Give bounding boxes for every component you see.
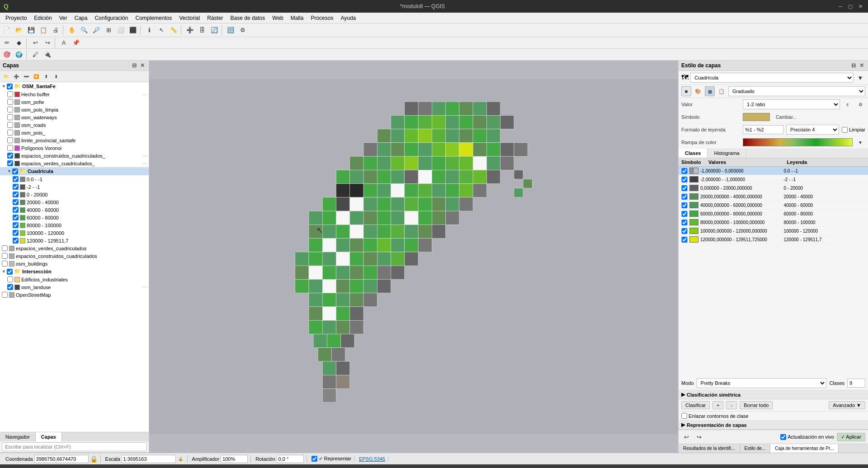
- legend-row-4[interactable]: 40000,000000 - 60000,00000040000 - 60000: [679, 201, 868, 210]
- layer-select-expand[interactable]: ▼: [855, 73, 865, 83]
- layer-checkbox-class_n2_n1[interactable]: [13, 184, 19, 190]
- menu-item-ráster[interactable]: Ráster: [203, 14, 226, 22]
- tab-histograma[interactable]: Histograma: [708, 149, 746, 158]
- formato-input[interactable]: [743, 125, 783, 134]
- advanced-button[interactable]: Avanzado ▼: [829, 401, 865, 409]
- layers-settings-icon[interactable]: ⊟: [131, 62, 138, 69]
- search-input[interactable]: [2, 442, 147, 451]
- undo-button[interactable]: ↩: [29, 37, 41, 48]
- calculator-button[interactable]: 🔢: [225, 25, 236, 36]
- add-layer-tb-button[interactable]: ➕: [12, 72, 21, 81]
- redo-style-button[interactable]: ↪: [694, 432, 704, 442]
- layer-checkbox-osm_santafe[interactable]: [7, 84, 13, 89]
- menu-item-complementos[interactable]: Complementos: [132, 14, 175, 22]
- layer-checkbox-osm_roads[interactable]: [7, 122, 13, 128]
- legend-row-checkbox-8[interactable]: [681, 237, 688, 243]
- layer-checkbox-class_0_n1[interactable]: [13, 176, 19, 182]
- move-down-button[interactable]: ⬇: [52, 72, 61, 81]
- graduated-button[interactable]: ▦: [705, 86, 715, 96]
- layer-item-osm_pois[interactable]: osm_pois_: [0, 129, 149, 136]
- layer-checkbox-class_20k_40k[interactable]: [13, 199, 19, 205]
- legend-row-checkbox-0[interactable]: [681, 168, 688, 174]
- layer-item-osm_buildings[interactable]: osm_buildings: [0, 260, 149, 267]
- rpanel-tab-resultados[interactable]: Resultados de la identifi...: [679, 444, 740, 453]
- add-layer-button[interactable]: ➕: [184, 25, 196, 36]
- legend-row-0[interactable]: -1,000000 - 0,0000000.0 - -1: [679, 167, 868, 175]
- single-symbol-button[interactable]: ■: [681, 86, 691, 96]
- layer-item-class_40k_60k[interactable]: 40000 - 60000: [0, 206, 149, 214]
- layer-checkbox-osm_waterways[interactable]: [7, 114, 13, 120]
- apply-button[interactable]: ✓ Aplicar: [837, 433, 865, 441]
- legend-row-7[interactable]: 100000,000000 - 120000,000000100000 - 12…: [679, 227, 868, 235]
- new-project-button[interactable]: 📄: [1, 25, 13, 36]
- add-group-button[interactable]: 📁: [2, 72, 11, 81]
- remove-layer-button[interactable]: ➖: [22, 72, 31, 81]
- menu-item-proyecto[interactable]: Proyecto: [2, 14, 30, 22]
- layer-checkbox-osm_pofw[interactable]: [7, 99, 13, 105]
- precision-select[interactable]: Precisión 4: [786, 125, 839, 135]
- zoom-layer-button[interactable]: ⬜: [115, 25, 127, 36]
- layer-item-class_n2_n1[interactable]: -2 - -1: [0, 183, 149, 191]
- layer-checkbox-class_80k_100k[interactable]: [13, 222, 19, 228]
- refresh-button[interactable]: 🔄: [208, 25, 220, 36]
- representar-checkbox[interactable]: [311, 456, 317, 462]
- tab-navegador[interactable]: Navegador: [0, 432, 36, 441]
- menu-item-ayuda[interactable]: Ayuda: [337, 14, 359, 22]
- layer-item-limite_provincial[interactable]: limite_provincial_santafe: [0, 136, 149, 144]
- layer-item-cuadricula[interactable]: ▼📁Cuadrícula: [0, 167, 149, 175]
- clases-input[interactable]: [847, 379, 865, 388]
- layer-item-espacios_construidos_cuadr[interactable]: espacios_construidos_cuadriculados: [0, 252, 149, 260]
- legend-row-checkbox-5[interactable]: [681, 211, 688, 217]
- move-up-button[interactable]: ⬆: [42, 72, 51, 81]
- filter-layer-button[interactable]: 🔽: [32, 72, 41, 81]
- legend-row-2[interactable]: 0,000000 - 20000,0000000 - 20000: [679, 184, 868, 192]
- layer-checkbox-class_120k_max[interactable]: [13, 238, 19, 243]
- undo-style-button[interactable]: ↩: [681, 432, 691, 442]
- georef-button[interactable]: 🌍: [13, 49, 25, 60]
- layer-item-interseccion[interactable]: ▼📁Intersección: [0, 267, 149, 276]
- layer-menu-icon[interactable]: ⋯: [142, 285, 147, 290]
- layer-checkbox-espacios_verdes_c[interactable]: [7, 160, 13, 166]
- tab-capas[interactable]: Capas: [36, 432, 62, 441]
- layer-item-osm_roads[interactable]: osm_roads: [0, 121, 149, 129]
- rule-based-button[interactable]: 📋: [717, 86, 726, 96]
- measure-button[interactable]: 📏: [168, 25, 179, 36]
- layer-item-class_0_20k[interactable]: 0 - 20000: [0, 191, 149, 198]
- menu-item-procesos[interactable]: Procesos: [307, 14, 337, 22]
- tab-clases[interactable]: Clases: [679, 149, 708, 158]
- add-class-button[interactable]: +: [712, 401, 723, 409]
- layer-checkbox-edificios_industriales[interactable]: [7, 276, 13, 282]
- menu-item-edición[interactable]: Edición: [30, 14, 55, 22]
- ramp-expand-button[interactable]: ▼: [855, 138, 865, 147]
- zoom-selection-button[interactable]: ⬛: [127, 25, 139, 36]
- plugins-button[interactable]: 🔌: [42, 49, 53, 60]
- layer-item-osm_pofw[interactable]: osm_pofw: [0, 98, 149, 106]
- layer-item-osm_landuse[interactable]: osm_landuse⋯: [0, 283, 149, 291]
- legend-row-checkbox-4[interactable]: [681, 202, 688, 208]
- layer-item-osm_waterways[interactable]: osm_waterways: [0, 113, 149, 121]
- layer-item-class_120k_max[interactable]: 120000 - 129511,7: [0, 237, 149, 244]
- layer-item-edificios_industriales[interactable]: Edificios_industriales: [0, 276, 149, 283]
- legend-row-checkbox-6[interactable]: [681, 220, 688, 225]
- zoom-in-button[interactable]: 🔍: [78, 25, 90, 36]
- enlazar-checkbox[interactable]: [681, 413, 687, 419]
- layer-menu-icon[interactable]: ⋯: [142, 153, 147, 158]
- layer-checkbox-interseccion[interactable]: [7, 269, 13, 275]
- legend-row-3[interactable]: 20000,000000 - 40000,00000020000 - 40000: [679, 192, 868, 201]
- rpanel-tab-estilo[interactable]: Estilo de...: [740, 444, 771, 453]
- escala-input[interactable]: [122, 455, 176, 463]
- representacion-header[interactable]: ▶ Representación de capas: [679, 421, 868, 430]
- open-project-button[interactable]: 📂: [13, 25, 25, 36]
- map-area[interactable]: ↖: [149, 61, 678, 453]
- layer-checkbox-osm_pois[interactable]: [7, 130, 13, 136]
- maximize-button[interactable]: ▢: [846, 2, 854, 10]
- digitize-button[interactable]: ✏: [1, 37, 13, 48]
- valor-select[interactable]: 1-2 ratio: [743, 99, 840, 109]
- zoom-out-button[interactable]: 🔎: [90, 25, 102, 36]
- style-panel-float-icon[interactable]: ⊟: [850, 62, 857, 69]
- layer-checkbox-class_40k_60k[interactable]: [13, 207, 19, 213]
- layer-checkbox-espacios_construidos_cuadr[interactable]: [2, 253, 8, 259]
- digitize2-button[interactable]: 🖊: [29, 49, 41, 60]
- layer-checkbox-osm_buildings[interactable]: [2, 261, 8, 267]
- legend-row-8[interactable]: 120000,000000 - 129511,725000120000 - 12…: [679, 235, 868, 244]
